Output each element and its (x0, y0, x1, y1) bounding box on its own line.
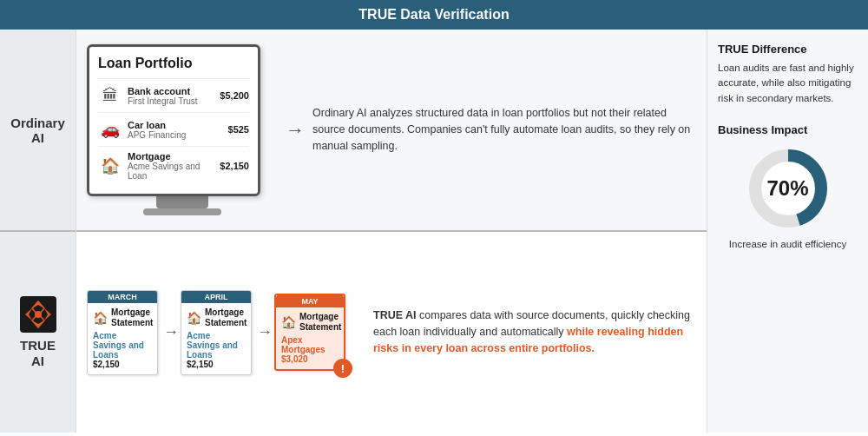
middle-section: Loan Portfolio 🏛 Bank account First Inte… (76, 30, 707, 433)
march-icon-row: 🏠 Mortgage Statement (93, 307, 152, 328)
ordinary-arrow: → (278, 119, 312, 142)
svg-point-7 (35, 311, 42, 318)
may-amount: $3,020 (281, 354, 339, 364)
portfolio-row-bank: 🏛 Bank account First Integral Trust $5,2… (98, 78, 249, 112)
may-title: Mortgage Statement (299, 312, 341, 333)
true-ai-description: TRUE AI compares data with source docume… (365, 307, 696, 356)
may-header: MAY (276, 295, 344, 307)
donut-percentage: 70% (766, 176, 808, 201)
march-card: MARCH 🏠 Mortgage Statement Acme Savings … (87, 290, 158, 375)
april-title: Mortgage Statement (205, 307, 247, 328)
monitor-title: Loan Portfolio (98, 56, 249, 71)
ordinary-line2: AI (31, 130, 44, 145)
may-icon-row: 🏠 Mortgage Statement (281, 312, 339, 333)
donut-container: 70% Increase in audit efficiency (718, 145, 858, 249)
monitor: Loan Portfolio 🏛 Bank account First Inte… (87, 44, 260, 196)
march-header: MARCH (88, 291, 157, 303)
monitor-stand (156, 196, 208, 208)
bank-info: Bank account First Integral Trust (128, 86, 220, 106)
arrow-march-april: → (163, 323, 179, 341)
bank-amount: $5,200 (220, 90, 249, 101)
march-company: Acme Savings and Loans (93, 331, 152, 360)
right-panel: TRUE Difference Loan audits are fast and… (707, 30, 868, 433)
left-labels: Ordinary AI TRUE AI (0, 30, 76, 433)
car-amount: $525 (228, 124, 249, 135)
may-card-wrapper: MAY 🏠 Mortgage Statement Apex Mortgages … (274, 294, 345, 371)
april-company: Acme Savings and Loans (187, 331, 246, 360)
main-content: Ordinary AI TRUE AI (0, 30, 868, 433)
true-ai-label: TRUE AI (0, 232, 76, 433)
true-label-text: TRUE AI (20, 338, 56, 369)
true-logo: TRUE AI (20, 296, 56, 369)
warning-badge: ! (333, 359, 352, 378)
car-info: Car loan APG Financing (128, 120, 228, 140)
monitor-base (143, 208, 221, 215)
april-card: APRIL 🏠 Mortgage Statement Acme Savings … (181, 290, 252, 375)
mortgage-sub: Acme Savings and Loan (128, 162, 220, 181)
car-label: Car loan (128, 120, 228, 130)
biz-impact-title: Business Impact (718, 123, 858, 136)
bank-icon: 🏛 (98, 83, 122, 108)
bank-sub: First Integral Trust (128, 96, 220, 106)
mortgage-icon: 🏠 (98, 154, 122, 178)
header-title: TRUE Data Verification (358, 7, 509, 22)
true-ai-section: MARCH 🏠 Mortgage Statement Acme Savings … (76, 232, 707, 433)
page-header: TRUE Data Verification (0, 0, 868, 30)
bank-label: Bank account (128, 86, 220, 96)
ordinary-line1: Ordinary (10, 116, 65, 130)
april-header: APRIL (181, 291, 251, 303)
arrow-april-may: → (257, 323, 273, 341)
mortgage-amount: $2,150 (220, 161, 249, 171)
ordinary-ai-section: Loan Portfolio 🏛 Bank account First Inte… (76, 30, 707, 232)
portfolio-row-car: 🚗 Car loan APG Financing $525 (98, 112, 249, 146)
may-home-icon: 🏠 (281, 315, 296, 329)
true-diff-text: Loan audits are fast and highly accurate… (718, 61, 858, 106)
portfolio-row-mortgage: 🏠 Mortgage Acme Savings and Loan $2,150 (98, 146, 249, 185)
donut-chart: 70% (745, 145, 832, 232)
true-diff-title: TRUE Difference (718, 43, 858, 56)
april-home-icon: 🏠 (187, 311, 201, 325)
car-sub: APG Financing (128, 130, 228, 140)
may-company: Apex Mortgages (281, 335, 339, 354)
mortgage-label: Mortgage (128, 151, 220, 162)
ordinary-description: Ordinary AI analyzes structured data in … (312, 105, 696, 154)
car-icon: 🚗 (98, 117, 122, 142)
may-card: MAY 🏠 Mortgage Statement Apex Mortgages … (274, 294, 345, 371)
april-icon-row: 🏠 Mortgage Statement (187, 307, 246, 328)
ordinary-ai-label: Ordinary AI (0, 30, 76, 232)
march-home-icon: 🏠 (93, 311, 108, 325)
documents-container: MARCH 🏠 Mortgage Statement Acme Savings … (87, 290, 365, 375)
mortgage-info: Mortgage Acme Savings and Loan (128, 151, 220, 181)
april-amount: $2,150 (187, 360, 246, 369)
march-amount: $2,150 (93, 360, 152, 369)
march-title: Mortgage Statement (111, 307, 153, 328)
monitor-container: Loan Portfolio 🏛 Bank account First Inte… (87, 44, 278, 215)
true-logo-icon (20, 296, 56, 333)
donut-caption: Increase in audit efficiency (729, 239, 846, 249)
